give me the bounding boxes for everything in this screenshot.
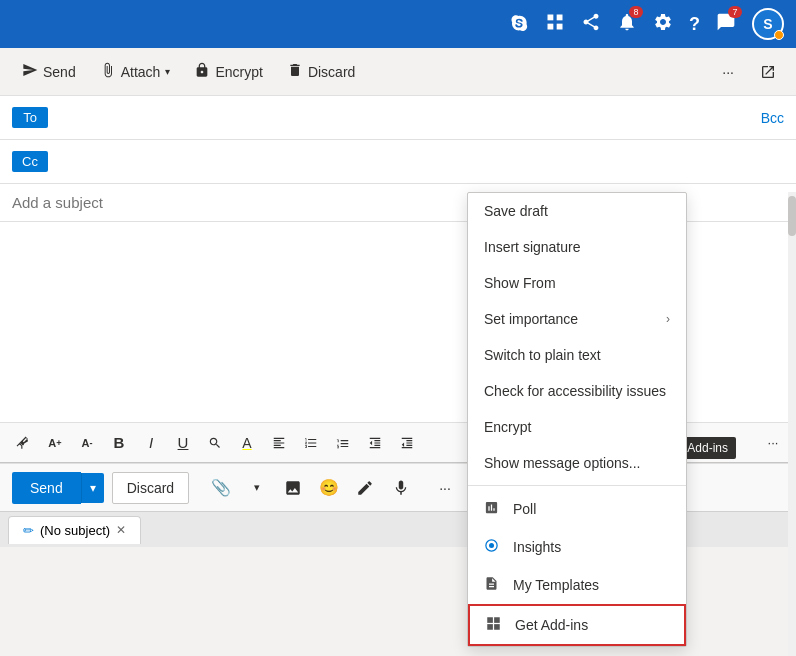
font-size-down-button[interactable]: A- [72, 429, 102, 457]
skype-icon[interactable] [509, 12, 529, 37]
list-button[interactable] [296, 429, 326, 457]
svg-rect-0 [548, 14, 554, 20]
to-label: To [12, 107, 48, 128]
bold-button[interactable]: B [104, 429, 134, 457]
svg-rect-6 [487, 617, 493, 623]
discard-button[interactable]: Discard [277, 56, 365, 87]
indent-right-button[interactable] [392, 429, 422, 457]
cc-label: Cc [12, 151, 48, 172]
avatar[interactable]: S [752, 8, 784, 40]
cc-row: Cc [0, 140, 796, 184]
menu-insert-signature[interactable]: Insert signature [468, 229, 686, 265]
send-icon [22, 62, 38, 81]
tab-label: (No subject) [40, 523, 110, 538]
my-templates-icon [484, 576, 499, 594]
send-main-button[interactable]: Send [12, 472, 81, 504]
to-row: To Bcc [0, 96, 796, 140]
send-dropdown-button[interactable]: ▾ [81, 473, 104, 503]
attach-dropdown-icon: ▾ [165, 66, 170, 77]
italic-button[interactable]: I [136, 429, 166, 457]
indent-left-button[interactable] [360, 429, 390, 457]
send-button-group: Send ▾ [12, 472, 104, 504]
bell-icon[interactable]: 8 [617, 12, 637, 37]
ordered-list-button[interactable] [328, 429, 358, 457]
menu-message-options[interactable]: Show message options... [468, 445, 686, 481]
svg-rect-3 [557, 23, 563, 29]
edit-tab-icon: ✏ [23, 523, 34, 538]
more-options-button[interactable]: ··· [712, 58, 744, 86]
menu-switch-plain[interactable]: Switch to plain text [468, 337, 686, 373]
settings-icon[interactable] [653, 12, 673, 37]
underline-button[interactable]: U [168, 429, 198, 457]
to-input[interactable] [58, 110, 761, 126]
align-button[interactable] [264, 429, 294, 457]
bottom-icons: 📎 ▾ 😊 [205, 472, 417, 504]
menu-accessibility[interactable]: Check for accessibility issues [468, 373, 686, 409]
set-importance-chevron: › [666, 312, 670, 326]
cc-input[interactable] [58, 154, 784, 170]
image-bottom-icon[interactable] [277, 472, 309, 504]
svg-rect-7 [494, 617, 500, 623]
discard-bottom-button[interactable]: Discard [112, 472, 189, 504]
dropdown-menu: Save draft Insert signature Show From Se… [467, 192, 687, 647]
attach-bottom-icon[interactable]: 📎 [205, 472, 237, 504]
popout-button[interactable] [752, 56, 784, 88]
clear-format-button[interactable] [8, 429, 38, 457]
font-color-button[interactable]: A [232, 429, 262, 457]
bell-badge: 8 [629, 6, 643, 18]
menu-insights[interactable]: Insights [468, 528, 686, 566]
bcc-link[interactable]: Bcc [761, 110, 784, 126]
attach-dropdown-bottom[interactable]: ▾ [241, 472, 273, 504]
help-icon[interactable]: ? [689, 14, 700, 35]
top-bar: 8 ? 7 S [0, 0, 796, 48]
svg-rect-9 [494, 624, 500, 630]
menu-save-draft[interactable]: Save draft [468, 193, 686, 229]
attach-button[interactable]: Attach ▾ [90, 56, 181, 87]
highlight-button[interactable] [200, 429, 230, 457]
emoji-bottom-icon[interactable]: 😊 [313, 472, 345, 504]
menu-get-addins[interactable]: Get Add-ins [468, 604, 686, 646]
menu-separator-1 [468, 485, 686, 486]
menu-set-importance[interactable]: Set importance › [468, 301, 686, 337]
chat-icon[interactable]: 7 [716, 12, 736, 37]
menu-encrypt[interactable]: Encrypt [468, 409, 686, 445]
get-addins-icon [486, 616, 501, 634]
dictate-bottom-icon[interactable] [385, 472, 417, 504]
menu-my-templates[interactable]: My Templates [468, 566, 686, 604]
share-icon[interactable] [581, 12, 601, 37]
scrollbar-thumb[interactable] [788, 196, 796, 236]
insights-icon [484, 538, 499, 556]
discard-icon [287, 62, 303, 81]
bottom-more-button[interactable]: ··· [429, 474, 461, 502]
poll-icon [484, 500, 499, 518]
tab-close-button[interactable]: ✕ [116, 523, 126, 537]
svg-point-5 [489, 543, 494, 548]
encrypt-icon [194, 62, 210, 81]
apps-icon[interactable] [545, 12, 565, 37]
chat-badge: 7 [728, 6, 742, 18]
toolbar-more: ··· [712, 56, 784, 88]
compose-toolbar: Send Attach ▾ Encrypt Discard ··· [0, 48, 796, 96]
more-format-button[interactable]: ··· [758, 429, 788, 457]
signature-bottom-icon[interactable] [349, 472, 381, 504]
font-size-up-button[interactable]: A+ [40, 429, 70, 457]
encrypt-button[interactable]: Encrypt [184, 56, 272, 87]
attach-icon [100, 62, 116, 81]
svg-rect-8 [487, 624, 493, 630]
menu-show-from[interactable]: Show From [468, 265, 686, 301]
compose-tab[interactable]: ✏ (No subject) ✕ [8, 516, 141, 544]
svg-rect-1 [557, 14, 563, 20]
menu-poll[interactable]: Poll [468, 490, 686, 528]
svg-rect-2 [548, 23, 554, 29]
send-button[interactable]: Send [12, 56, 86, 87]
avatar-status-badge [774, 30, 784, 40]
scrollbar[interactable] [788, 192, 796, 656]
